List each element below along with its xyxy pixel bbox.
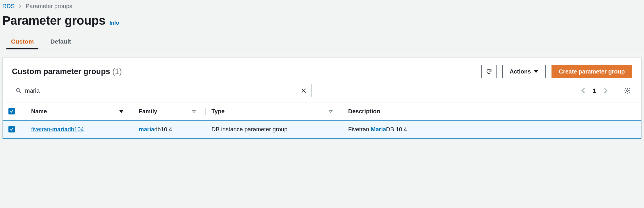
pagination: 1 <box>580 86 632 95</box>
column-header-description[interactable]: Description <box>342 103 641 120</box>
column-label: Family <box>139 108 157 115</box>
close-icon <box>301 88 307 94</box>
actions-label: Actions <box>510 68 531 75</box>
clear-filter-button[interactable] <box>300 87 308 95</box>
cell-name: fivetran-mariadb104 <box>25 120 133 139</box>
svg-line-1 <box>19 92 21 93</box>
select-all-header[interactable] <box>3 103 25 120</box>
parameter-group-link[interactable]: fivetran-mariadb104 <box>31 126 84 132</box>
panel-title: Custom parameter groups (1) <box>12 67 122 76</box>
page-title: Parameter groups <box>2 14 106 28</box>
column-label: Description <box>348 108 380 115</box>
sort-icon <box>328 110 333 113</box>
search-icon <box>16 88 22 94</box>
create-parameter-group-button[interactable]: Create parameter group <box>552 65 632 78</box>
filter-input[interactable] <box>25 87 296 94</box>
page-number: 1 <box>593 87 596 94</box>
tabs: Custom Default <box>0 35 644 49</box>
column-header-family[interactable]: Family <box>133 103 206 120</box>
column-label: Type <box>211 108 225 115</box>
gear-icon <box>624 87 631 94</box>
column-label: Name <box>31 108 47 115</box>
cell-type: DB instance parameter group <box>206 120 342 139</box>
cell-family: mariadb10.4 <box>133 120 206 139</box>
panel-title-text: Custom parameter groups <box>12 67 110 76</box>
panel-actions: Actions Create parameter group <box>481 65 632 78</box>
breadcrumb: RDS Parameter groups <box>0 0 644 12</box>
row-checkbox[interactable] <box>8 126 15 132</box>
breadcrumb-root-link[interactable]: RDS <box>2 3 15 10</box>
sort-icon <box>192 110 196 113</box>
page-header: Parameter groups Info <box>0 12 644 35</box>
panel-count: (1) <box>112 67 122 76</box>
info-link[interactable]: Info <box>110 20 119 26</box>
row-select-cell[interactable] <box>3 120 25 139</box>
svg-point-0 <box>17 89 20 92</box>
sort-desc-icon <box>119 110 124 113</box>
chevron-left-icon <box>581 87 585 94</box>
caret-down-icon <box>534 70 538 73</box>
cell-description: Fivetran MariaDB 10.4 <box>342 120 641 139</box>
table-row[interactable]: fivetran-mariadb104 mariadb10.4 DB insta… <box>3 120 641 139</box>
refresh-button[interactable] <box>481 65 497 78</box>
select-all-checkbox[interactable] <box>8 108 15 114</box>
parameter-groups-panel: Custom parameter groups (1) Actions Crea… <box>2 58 642 139</box>
breadcrumb-current: Parameter groups <box>26 3 72 10</box>
settings-button[interactable] <box>623 86 632 95</box>
parameter-groups-table: Name Family Type <box>3 103 641 139</box>
tab-default[interactable]: Default <box>42 35 79 49</box>
toolbar: 1 <box>3 80 641 103</box>
refresh-icon <box>486 68 492 75</box>
filter-box[interactable] <box>12 84 312 97</box>
panel-header: Custom parameter groups (1) Actions Crea… <box>3 58 641 80</box>
chevron-right-icon <box>604 87 608 94</box>
column-header-type[interactable]: Type <box>206 103 342 120</box>
column-header-name[interactable]: Name <box>25 103 133 120</box>
table-header-row: Name Family Type <box>3 103 641 120</box>
actions-dropdown-button[interactable]: Actions <box>502 65 546 78</box>
chevron-right-icon <box>19 4 22 9</box>
svg-point-4 <box>627 90 628 92</box>
tab-custom[interactable]: Custom <box>3 35 42 49</box>
next-page-button[interactable] <box>602 86 609 95</box>
prev-page-button[interactable] <box>580 86 586 95</box>
